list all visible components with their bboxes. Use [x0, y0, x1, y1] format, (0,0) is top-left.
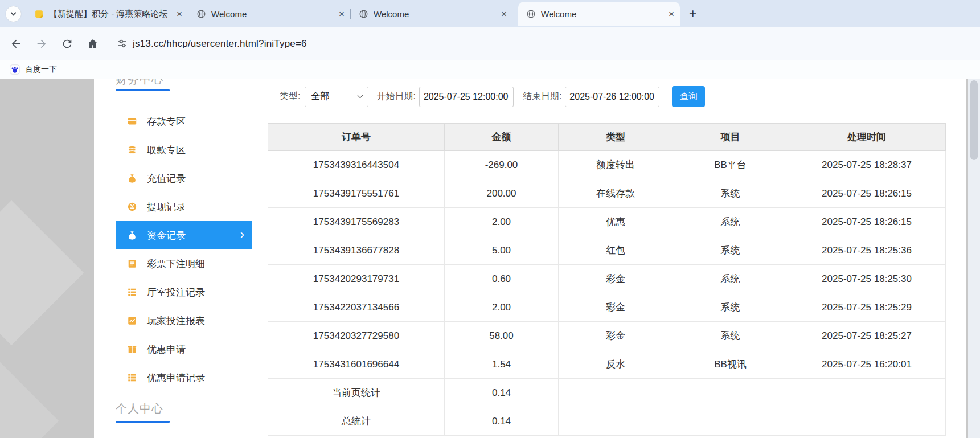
note-icon	[34, 9, 44, 19]
cell-type: 额度转出	[559, 151, 673, 179]
deposit-card-icon	[127, 116, 137, 126]
cell-amount: 2.00	[445, 293, 559, 322]
cell-project: 系统	[673, 208, 788, 236]
cell-type: 反水	[559, 350, 673, 379]
sidebar-item-deposit-zone[interactable]: 存款专区	[116, 107, 252, 136]
cell-label: 当前页统计	[268, 379, 445, 407]
site-settings-icon[interactable]	[116, 38, 128, 50]
promo-record-icon	[127, 372, 137, 383]
url-text[interactable]: js13.cc/hhcp/usercenter.html?iniType=6	[133, 38, 307, 50]
sidebar-item-label: 充值记录	[147, 172, 186, 185]
content-panel: 财务中心 存款专区	[94, 79, 966, 438]
cell-empty	[673, 407, 788, 436]
refresh-icon[interactable]	[61, 38, 73, 50]
close-icon[interactable]: ×	[669, 9, 674, 19]
close-icon[interactable]: ×	[501, 9, 507, 19]
address-bar[interactable]: js13.cc/hhcp/usercenter.html?iniType=6	[116, 38, 980, 50]
close-icon[interactable]: ×	[339, 9, 345, 19]
funds-records-table: 订单号 金额 类型 项目 处理时间 1753439316443504 -269.…	[268, 123, 946, 436]
tab-title: Welcome	[211, 9, 334, 19]
sidebar-item-player-bet-report[interactable]: 玩家投注报表	[116, 306, 252, 335]
tab-title: Welcome	[541, 9, 664, 19]
chevron-down-icon	[358, 93, 363, 99]
sidebar-item-lottery-bet-details[interactable]: 彩票下注明细	[116, 249, 252, 278]
tab-4-active[interactable]: Welcome ×	[518, 2, 680, 26]
globe-icon	[196, 9, 206, 19]
cell-order-no: 1753439316443504	[268, 151, 445, 179]
section-underline	[116, 89, 170, 91]
cell-empty	[559, 379, 673, 407]
tab-title: 【新提醒】积分 - 海燕策略论坛	[49, 9, 172, 19]
sidebar-item-withdraw-zone[interactable]: 取款专区	[116, 136, 252, 164]
cell-project: 系统	[673, 236, 788, 265]
cell-order-no: 1753439175551761	[268, 179, 445, 208]
cell-empty	[673, 379, 788, 407]
background-triangle-decoration	[0, 200, 84, 346]
sidebar: 财务中心 存款专区	[116, 79, 252, 423]
tab-3[interactable]: Welcome ×	[351, 0, 512, 27]
type-label: 类型:	[280, 91, 300, 103]
lottery-detail-icon	[127, 259, 137, 269]
table-row: 1753420293179731 0.60 彩金 系统 2025-07-25 1…	[268, 265, 946, 293]
column-header-amount: 金额	[445, 124, 559, 151]
promo-apply-icon	[127, 344, 137, 354]
chevron-right-icon: ›	[240, 227, 244, 242]
cell-order-no: 1753431601696644	[268, 350, 445, 379]
sidebar-item-funds-records[interactable]: 资金记录 ›	[116, 221, 252, 249]
cell-time: 2025-07-25 18:28:37	[788, 151, 946, 179]
cell-time: 2025-07-25 18:25:27	[788, 322, 946, 350]
cell-amount: 1.54	[445, 350, 559, 379]
sidebar-item-label: 厅室投注记录	[147, 286, 205, 299]
close-icon[interactable]: ×	[177, 9, 182, 19]
cell-amount: 5.00	[445, 236, 559, 265]
page-scrollbar[interactable]	[968, 79, 980, 438]
start-date-label: 开始日期:	[376, 91, 415, 103]
cell-order-no: 1753439175569283	[268, 208, 445, 236]
type-select[interactable]: 全部	[305, 87, 368, 107]
navigation-bar: js13.cc/hhcp/usercenter.html?iniType=6	[0, 27, 980, 60]
table-row: 1753420327729580 58.00 彩金 系统 2025-07-25 …	[268, 322, 946, 350]
cell-order-no: 1753439136677828	[268, 236, 445, 265]
cell-amount: 200.00	[445, 179, 559, 208]
start-date-input[interactable]	[419, 87, 514, 107]
baidu-paw-icon	[10, 64, 20, 75]
table-row-page-total: 当前页统计 0.14	[268, 379, 946, 407]
sidebar-item-promo-apply[interactable]: 优惠申请	[116, 335, 252, 363]
globe-icon	[526, 9, 536, 19]
globe-icon	[359, 9, 368, 19]
column-header-time: 处理时间	[788, 124, 946, 151]
table-row: 1753439136677828 5.00 红包 系统 2025-07-25 1…	[268, 236, 946, 265]
cell-time: 2025-07-25 18:26:15	[788, 179, 946, 208]
cell-type: 彩金	[559, 293, 673, 322]
cell-project: BB视讯	[673, 350, 788, 379]
sidebar-item-promo-apply-records[interactable]: 优惠申请记录	[116, 363, 252, 392]
home-icon[interactable]	[87, 38, 99, 50]
search-button[interactable]: 查询	[672, 86, 705, 107]
sidebar-item-hall-bet-records[interactable]: 厅室投注记录	[116, 278, 252, 306]
cell-order-no: 1753422037134566	[268, 293, 445, 322]
page-viewport: 财务中心 存款专区	[0, 79, 980, 438]
cell-time: 2025-07-25 16:20:01	[788, 350, 946, 379]
hall-bet-list-icon	[127, 287, 137, 297]
end-date-input[interactable]	[565, 87, 659, 107]
tab-1[interactable]: 【新提醒】积分 - 海燕策略论坛 ×	[26, 0, 188, 27]
cell-project: BB平台	[673, 151, 788, 179]
sidebar-item-recharge-records[interactable]: 充值记录	[116, 164, 252, 193]
tab-search-button[interactable]	[6, 6, 21, 22]
sidebar-item-label: 存款专区	[147, 115, 186, 128]
table-row: 1753439175551761 200.00 在线存款 系统 2025-07-…	[268, 179, 946, 208]
section-underline	[116, 421, 170, 423]
forward-icon[interactable]	[35, 38, 48, 50]
sidebar-item-withdraw-records[interactable]: 提现记录	[116, 193, 252, 221]
sidebar-item-label: 彩票下注明细	[147, 257, 205, 271]
new-tab-button[interactable]: +	[689, 7, 696, 21]
bookmark-item[interactable]: 百度一下	[25, 64, 57, 75]
back-icon[interactable]	[10, 38, 22, 50]
column-header-type: 类型	[559, 124, 673, 151]
tab-2[interactable]: Welcome ×	[188, 0, 350, 27]
funds-bag-icon	[127, 230, 137, 240]
table-row: 1753439175569283 2.00 优惠 系统 2025-07-25 1…	[268, 208, 946, 236]
cell-type: 彩金	[559, 265, 673, 293]
scrollbar-thumb[interactable]	[970, 80, 978, 160]
cell-label: 总统计	[268, 407, 445, 436]
